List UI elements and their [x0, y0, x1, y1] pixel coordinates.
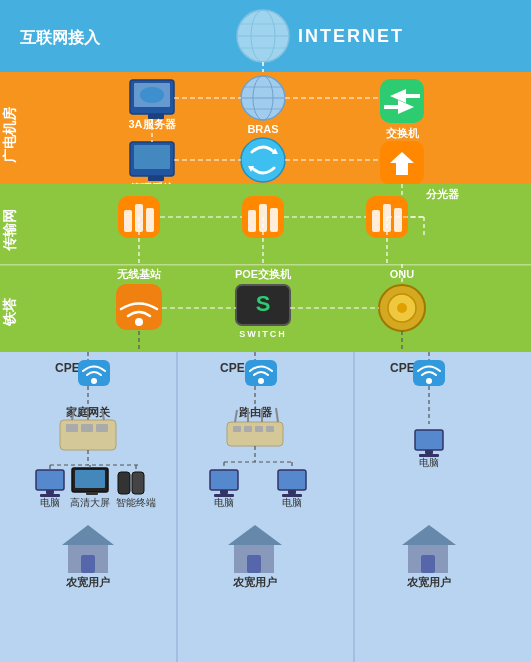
phone1 [118, 472, 130, 494]
mgmt-stand [148, 176, 164, 181]
wifi-dot [135, 318, 143, 326]
bar3-c [394, 208, 402, 232]
label-pc1: 电脑 [40, 497, 60, 508]
wireless-ctrl-icon [241, 138, 285, 182]
house1-door [81, 555, 95, 573]
transmission-label: 传输网 [1, 209, 17, 252]
label-pc4: 电脑 [419, 457, 439, 468]
pc2-stand [220, 490, 228, 494]
cpe2-wifi-dot [258, 378, 264, 384]
rport2 [244, 426, 252, 432]
pc1-monitor [36, 470, 64, 490]
label-user2: 农宽用户 [232, 576, 277, 588]
house3-door [421, 555, 435, 573]
pc1-stand [46, 490, 54, 494]
router-icon [227, 422, 283, 446]
internet-layer-label: 互联网接入 [20, 28, 101, 46]
pc3-monitor [278, 470, 306, 490]
label-pc3: 电脑 [282, 497, 302, 508]
cpe3-wifi-dot [426, 378, 432, 384]
tv-display [75, 470, 105, 488]
house2-door [247, 555, 261, 573]
rport4 [266, 426, 274, 432]
bar1-c [146, 208, 154, 232]
pc3-stand [288, 490, 296, 494]
rport1 [233, 426, 241, 432]
pc4-monitor [415, 430, 443, 450]
label-pc2: 电脑 [214, 497, 234, 508]
bar3-a [372, 210, 380, 232]
label-tv: 高清大屏 [70, 497, 110, 508]
switch-sublabel: SWITCH [239, 329, 287, 339]
rport3 [255, 426, 263, 432]
section3-cpe-label: CPE [390, 361, 415, 375]
gw-port2 [81, 424, 93, 432]
splitter-label: 分光器 [425, 188, 460, 200]
label-user1: 农宽用户 [65, 576, 110, 588]
bar2-c [270, 208, 278, 232]
label-poe-switch: POE交换机 [235, 268, 292, 280]
gw-port3 [96, 424, 108, 432]
pc4-stand [425, 450, 433, 454]
layer-divider [0, 264, 531, 266]
bar2-a [248, 210, 256, 232]
label-user3: 农宽用户 [406, 576, 451, 588]
screen-design [140, 87, 164, 103]
cpe1-wifi-dot [91, 378, 97, 384]
onu-center [397, 303, 407, 313]
section2-cpe-label: CPE [220, 361, 245, 375]
gw-port1 [66, 424, 78, 432]
label-bras: BRAS [247, 123, 278, 135]
label-wireless-base: 无线基站 [116, 268, 162, 280]
bar1-a [124, 210, 132, 232]
phone2 [132, 472, 144, 494]
label-phone: 智能终端 [116, 497, 156, 508]
broadcast-label: 广电机房 [1, 106, 17, 164]
poe-switch-s: S [256, 291, 271, 316]
tower-label: 铁塔 [1, 297, 17, 327]
pc2-monitor [210, 470, 238, 490]
internet-title: INTERNET [298, 26, 404, 46]
section1-cpe-label: CPE [55, 361, 80, 375]
tv-stand [86, 492, 98, 495]
mgmt-screen [134, 145, 170, 169]
label-switch: 交换机 [386, 127, 420, 139]
